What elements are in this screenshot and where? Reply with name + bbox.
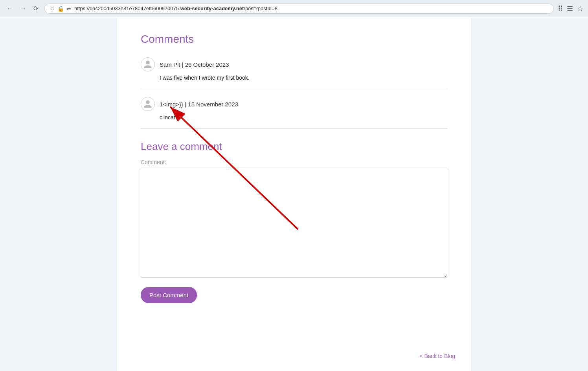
lock-icon: 🔒 [57,5,64,12]
back-to-blog-link[interactable]: < Back to Blog [419,353,455,359]
comment-label: Comment: [141,159,447,165]
shield-icon: 🛡 [50,5,55,12]
forward-button[interactable]: → [18,4,28,13]
comment-1-avatar [141,57,155,71]
extensions-icon[interactable]: ⠿ [558,4,563,13]
security-icons: 🛡 🔒 ⇌ [50,5,71,12]
reload-button[interactable]: ⟳ [31,4,40,13]
comment-1-meta: Sam Pit | 26 October 2023 [160,61,229,68]
comment-item-2: 1<img>}} | 15 November 2023 clincat [141,97,447,129]
comment-2-avatar [141,97,155,111]
post-comment-button[interactable]: Post Comment [141,287,197,303]
leave-comment-title: Leave a comment [141,141,447,153]
browser-actions: ⠿ ☰ ☆ [558,4,583,13]
comment-2-body: clincat [160,114,447,121]
reader-icon[interactable]: ☰ [567,4,573,13]
browser-nav: ← → ⟳ [5,4,40,13]
comment-2-meta: 1<img>}} | 15 November 2023 [160,101,238,108]
address-bar[interactable]: 🛡 🔒 ⇌ https://0ac200d5033e81e78047efb600… [44,4,554,14]
user-icon-2 [143,99,153,109]
url-text: https://0ac200d5033e81e78047efb600970075… [74,5,549,11]
comment-1-header: Sam Pit | 26 October 2023 [141,57,447,71]
comment-2-header: 1<img>}} | 15 November 2023 [141,97,447,111]
permissions-icon: ⇌ [66,5,71,12]
back-button[interactable]: ← [5,4,15,13]
browser-chrome: ← → ⟳ 🛡 🔒 ⇌ https://0ac200d5033e81e78047… [0,0,588,17]
comments-title: Comments [141,33,447,46]
user-icon [143,60,153,69]
comment-1-body: I was five when I wrote my first book. [160,75,447,81]
page-content: Comments Sam Pit | 26 October 2023 I was… [117,17,471,371]
bookmark-icon[interactable]: ☆ [577,4,583,13]
comment-item-1: Sam Pit | 26 October 2023 I was five whe… [141,57,447,89]
comment-textarea[interactable] [141,168,447,278]
